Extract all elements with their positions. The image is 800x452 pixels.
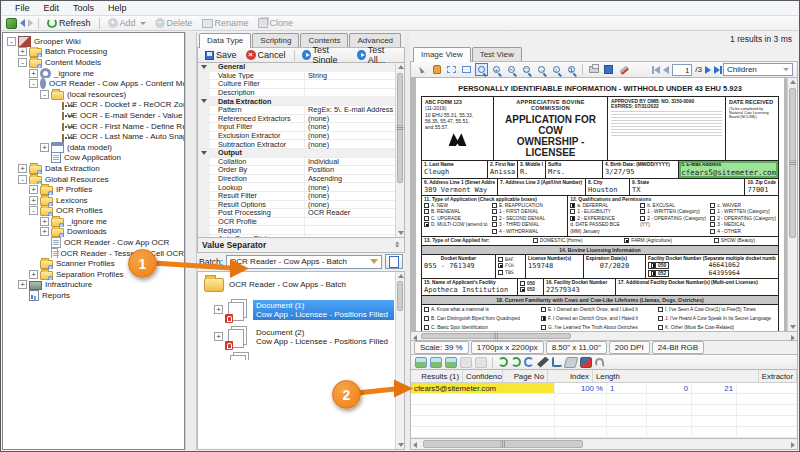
tree-item[interactable]: VE OCR - Last Name - Auto Snap: [5, 131, 184, 142]
save-button[interactable]: Save: [202, 49, 240, 62]
tree-expander-icon[interactable]: -: [18, 175, 27, 184]
document-vertical-scrollbar[interactable]: [787, 78, 797, 331]
tree-item[interactable]: VE OCR - Docket # - ReOCR Zone: [5, 100, 184, 111]
sync-icon[interactable]: [524, 357, 534, 367]
menu-item[interactable]: File: [8, 3, 37, 13]
tree-item[interactable]: + Data Extraction: [5, 163, 184, 174]
eraser-icon[interactable]: [564, 357, 579, 368]
tree-item[interactable]: - Content Models: [5, 57, 184, 68]
thumbnail-icon[interactable]: [415, 357, 427, 368]
tree-item[interactable]: - Grooper Wiki: [5, 36, 184, 47]
undo-icon[interactable]: [595, 358, 604, 367]
property-grid-scrollbar[interactable]: [395, 63, 404, 237]
zoom-width-icon[interactable]: ↔: [535, 63, 548, 76]
menu-item[interactable]: Tools: [66, 3, 101, 13]
zoom-in-icon[interactable]: +: [490, 63, 503, 76]
resize-handle-icon[interactable]: ⇕: [394, 241, 400, 249]
menu-item[interactable]: Edit: [37, 3, 67, 13]
zoom-tool-icon[interactable]: [475, 63, 488, 76]
select-region-icon[interactable]: [445, 63, 458, 76]
property-value[interactable]: (none): [305, 140, 395, 149]
tree-expander-icon[interactable]: +: [18, 280, 27, 289]
tree-item[interactable]: + Batch Processing: [5, 47, 184, 58]
next-page-icon[interactable]: [705, 66, 711, 74]
tree-expander-icon[interactable]: -: [18, 58, 27, 67]
scroll-right-icon[interactable]: [791, 335, 795, 341]
add-image-icon[interactable]: [430, 357, 442, 368]
tree-item[interactable]: - (local resources): [5, 89, 184, 100]
tree-item[interactable]: + Separation Profiles: [5, 269, 184, 280]
tree-item[interactable]: Reports: [5, 290, 184, 301]
crop-icon[interactable]: [552, 357, 562, 367]
pointer-tool-icon[interactable]: [415, 63, 428, 76]
panel-splitter-left[interactable]: [185, 32, 197, 450]
zoom-fit-icon[interactable]: □: [520, 63, 533, 76]
tree-item[interactable]: + IP Profiles: [5, 184, 184, 195]
results-column-header[interactable]: Confidence: [463, 370, 503, 382]
zoom-out-icon[interactable]: −: [505, 63, 518, 76]
clone-button[interactable]: Clone: [255, 17, 297, 30]
tree-expander-icon[interactable]: +: [18, 47, 27, 56]
scroll-down-icon[interactable]: [398, 443, 404, 447]
batch-document-item[interactable]: + Document (1) Cow App - Licensee - Posi…: [214, 299, 394, 321]
tree-item[interactable]: OCR Reader - Cow App OCR: [5, 237, 184, 248]
zoom-height-icon[interactable]: ↕: [550, 63, 563, 76]
find-image-icon[interactable]: [445, 357, 457, 368]
zoom-region-icon[interactable]: [460, 63, 473, 76]
tree-item[interactable]: OCR Reader - Tesseract Cell OCR: [5, 248, 184, 259]
back-icon[interactable]: [20, 19, 25, 27]
tree-expander-icon[interactable]: +: [214, 305, 223, 314]
tree-item[interactable]: VE OCR - First Name - Define Region: [5, 121, 184, 132]
scroll-right-icon[interactable]: [791, 442, 795, 448]
tree-item[interactable]: - OCR Profiles: [5, 206, 184, 217]
view-mode-combo[interactable]: Children: [723, 63, 793, 76]
tree-item[interactable]: + _ignore me: [5, 68, 184, 79]
cancel-button[interactable]: ×Cancel: [243, 49, 289, 62]
property-row[interactable]: Subtraction Extractor (none): [198, 140, 395, 149]
scroll-up-icon[interactable]: [790, 80, 796, 84]
scroll-down-icon[interactable]: [790, 325, 796, 329]
property-row[interactable]: Post Processing OCR Reader: [198, 209, 395, 218]
results-column-header[interactable]: Index: [548, 370, 593, 382]
delete-image-icon[interactable]: [475, 357, 487, 368]
zoom-actual-icon[interactable]: 1: [565, 63, 578, 76]
scroll-up-icon[interactable]: [398, 65, 404, 69]
page-number-input[interactable]: 1: [672, 64, 692, 76]
add-button[interactable]: +Add: [105, 17, 149, 30]
tree-expander-icon[interactable]: -: [40, 90, 49, 99]
tree-expander-icon[interactable]: +: [29, 196, 38, 205]
property-row[interactable]: Description: [198, 89, 395, 98]
scroll-thumb[interactable]: [423, 440, 583, 448]
tree-item[interactable]: - Global Resources: [5, 174, 184, 185]
results-column-header[interactable]: Results (1): [411, 370, 463, 382]
property-row[interactable]: OCR Profile: [198, 218, 395, 227]
property-row[interactable]: Auto Snap Distance: [198, 235, 395, 237]
image-settings-icon[interactable]: [617, 63, 630, 76]
batch-document-item[interactable]: + Document (2) Cow App - Licensee - Posi…: [214, 326, 394, 348]
tree-expander-icon[interactable]: -: [29, 206, 38, 215]
tree-expander-icon[interactable]: -: [29, 79, 38, 88]
scroll-left-icon[interactable]: [413, 442, 417, 448]
property-tab[interactable]: Data Type: [199, 33, 251, 48]
results-column-header[interactable]: Page No: [503, 370, 548, 382]
scroll-left-icon[interactable]: [413, 335, 417, 341]
tree-item[interactable]: + _ignore me: [5, 216, 184, 227]
test-all-button[interactable]: Test All...: [354, 49, 400, 62]
reprocess-icon[interactable]: [511, 357, 521, 367]
tree-item[interactable]: Scanner Profiles: [5, 258, 184, 269]
results-column-header[interactable]: Length: [593, 370, 759, 382]
tree-item[interactable]: + Downloads: [5, 227, 184, 238]
scroll-thumb[interactable]: [789, 88, 796, 238]
open-batch-button[interactable]: [385, 254, 403, 269]
previous-page-icon[interactable]: [663, 66, 669, 74]
tree-item[interactable]: - OCR Reader - Cow Apps - Content Model: [5, 78, 184, 89]
tree-item[interactable]: + Lexicons: [5, 195, 184, 206]
rename-button[interactable]: Rename: [199, 17, 252, 30]
tree-item[interactable]: Cow Application: [5, 153, 184, 164]
print-icon[interactable]: [587, 63, 600, 76]
save-image-icon[interactable]: [602, 63, 615, 76]
scroll-up-icon[interactable]: [398, 274, 404, 278]
property-row[interactable]: Region: [198, 226, 395, 235]
tree-expander-icon[interactable]: +: [40, 227, 49, 236]
tree-expander-icon[interactable]: +: [29, 270, 38, 279]
